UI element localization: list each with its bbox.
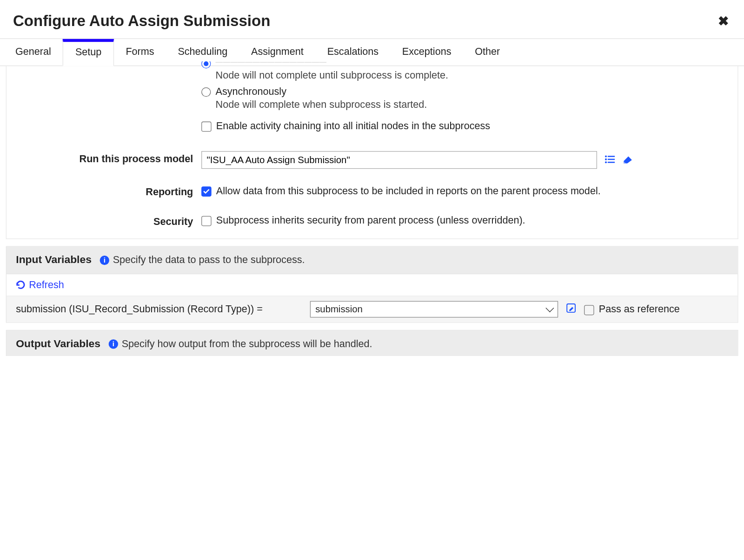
refresh-label: Refresh xyxy=(29,279,64,291)
checkbox-reporting[interactable] xyxy=(201,186,212,197)
svg-rect-5 xyxy=(607,161,614,163)
refresh-button[interactable]: Refresh xyxy=(16,279,64,291)
close-icon[interactable]: ✖ xyxy=(718,14,729,27)
refresh-icon xyxy=(16,280,25,290)
radio-asynchronously[interactable] xyxy=(201,87,211,97)
svg-point-0 xyxy=(605,155,607,157)
checkbox-reporting-label: Allow data from this subprocess to be in… xyxy=(216,185,601,197)
input-variables-hint: Specify the data to pass to the subproce… xyxy=(113,254,305,266)
radio-synchronously-label-cut: ─────────────── xyxy=(216,61,327,68)
input-process-model[interactable] xyxy=(201,151,597,169)
svg-point-2 xyxy=(605,158,607,160)
input-var-value-select[interactable]: submission xyxy=(310,301,558,318)
checkbox-security-label: Subprocess inherits security from parent… xyxy=(216,215,525,226)
radio-asynchronously-desc: Node will complete when subprocess is st… xyxy=(216,99,724,111)
edit-expression-icon[interactable] xyxy=(566,303,576,316)
list-icon[interactable] xyxy=(604,154,615,166)
input-variables-title: Input Variables xyxy=(16,254,92,266)
checkbox-activity-chaining[interactable] xyxy=(201,122,212,132)
radio-synchronously[interactable] xyxy=(201,61,211,68)
output-variables-title: Output Variables xyxy=(16,337,100,350)
input-var-label: submission (ISU_Record_Submission (Recor… xyxy=(16,303,305,315)
svg-rect-3 xyxy=(607,158,614,160)
svg-rect-6 xyxy=(567,303,575,312)
dialog-title: Configure Auto Assign Submission xyxy=(13,12,270,30)
eraser-icon[interactable] xyxy=(621,154,633,166)
radio-asynchronously-label: Asynchronously xyxy=(216,86,286,98)
checkbox-activity-chaining-label: Enable activity chaining into all initia… xyxy=(216,120,490,132)
chevron-down-icon xyxy=(545,304,554,312)
tab-general[interactable]: General xyxy=(4,39,63,66)
info-icon: i xyxy=(100,255,109,264)
radio-synchronously-desc: Node will not complete until subprocess … xyxy=(216,70,724,81)
input-var-value: submission xyxy=(315,304,363,315)
section-output-variables: Output Variables i Specify how output fr… xyxy=(6,330,738,356)
svg-rect-1 xyxy=(607,156,614,157)
output-variables-hint: Specify how output from the subprocess w… xyxy=(122,338,372,349)
section-input-variables: Input Variables i Specify the data to pa… xyxy=(6,246,738,323)
tab-forms[interactable]: Forms xyxy=(114,39,166,66)
checkbox-security[interactable] xyxy=(201,216,212,226)
tab-setup[interactable]: Setup xyxy=(63,39,114,66)
checkbox-pass-as-reference[interactable] xyxy=(584,305,594,315)
label-process-model: Run this process model xyxy=(7,151,201,165)
label-reporting: Reporting xyxy=(7,184,201,198)
pass-as-reference-label: Pass as reference xyxy=(599,303,680,315)
svg-point-4 xyxy=(605,161,607,163)
info-icon: i xyxy=(109,339,118,349)
label-security: Security xyxy=(7,214,201,228)
